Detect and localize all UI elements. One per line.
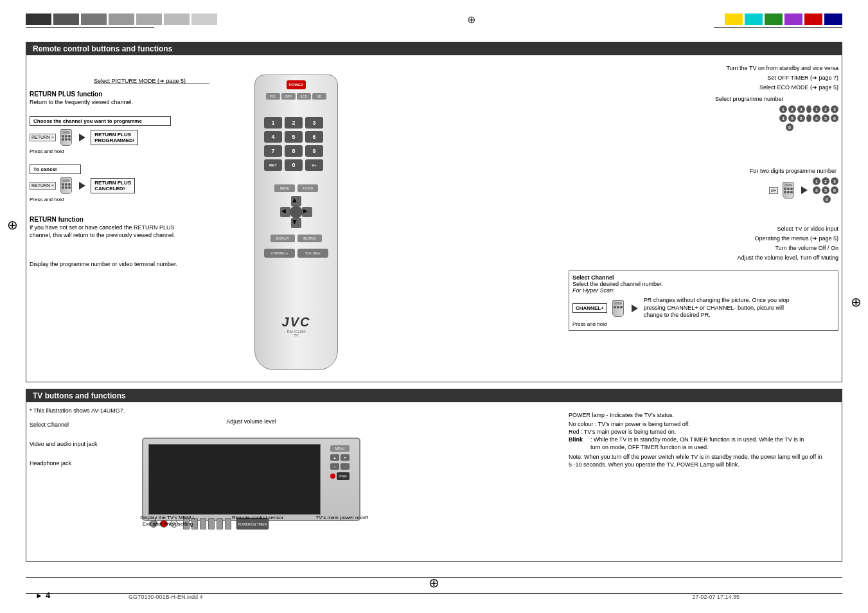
ch-vol-row: CHANNEL+ VOLUME+ — [264, 249, 328, 258]
number-grid: 1 2 3 4 5 6 7 8 9 RET 0 d+ — [264, 117, 328, 171]
to-cancel-block: To cancel — [30, 164, 81, 174]
d-pad-right[interactable]: ► — [302, 207, 312, 217]
nc-10: 4 — [813, 114, 820, 122]
picture-mode-btn[interactable]: PIC — [266, 93, 280, 100]
td-nc-2: 2 — [822, 177, 829, 185]
illustration-note: * This illustration shows AV-14UMG7. — [30, 407, 125, 414]
tv-menu-btn[interactable]: MENU — [330, 445, 350, 452]
tv-controls: MENU ▲ ▼ + - PWR — [324, 445, 356, 513]
td-nc-3: 3 — [831, 177, 838, 185]
ie-btn[interactable]: I/E — [312, 93, 326, 100]
footer-file-code: GGT0130-001B-H-EN.indd 4 — [128, 594, 203, 600]
jvc-logo: JVC — [282, 315, 311, 330]
btn-1[interactable]: 1 — [264, 117, 282, 129]
btn-7[interactable]: 7 — [264, 145, 282, 157]
eco-btn[interactable]: ECO — [297, 93, 311, 100]
tv-power-area: PWR — [330, 472, 350, 480]
picture-mode-line — [94, 84, 209, 84]
menu-btn[interactable]: MENU — [274, 184, 295, 192]
nc-9: 6 — [797, 114, 805, 122]
btn-d-plus[interactable]: d+ — [305, 159, 323, 171]
tv-video-btn[interactable]: TV/VID — [297, 184, 318, 192]
turn-volume-label: Turn the volume Off / On — [775, 245, 838, 251]
muting-btn[interactable]: MUTING — [297, 235, 322, 242]
top-crosshair-icon: ⊕ — [467, 13, 475, 26]
btn-6[interactable]: 6 — [305, 131, 323, 143]
return-plus-title: RETURN PLUS function — [30, 91, 133, 98]
color-block-red — [804, 13, 822, 25]
tv-section-inner: * This illustration shows AV-14UMG7. Sel… — [26, 402, 842, 574]
tv-ch-down[interactable]: ▼ — [341, 454, 350, 461]
tv-drawing: Adjust volume level MENU ▲ ▼ + - — [129, 418, 373, 521]
footer-date: 27-02-07 17:14:35 — [692, 594, 740, 600]
tv-vol-up[interactable]: + — [330, 463, 339, 470]
color-blocks — [725, 13, 842, 25]
d-pad-up[interactable]: ▲ — [291, 196, 301, 206]
tv-screen — [148, 444, 321, 515]
num-row-3: 0 — [779, 123, 838, 131]
return-func-block: RETURN function If you have not set or h… — [30, 216, 190, 239]
channel-btn[interactable]: CHANNEL+ — [264, 249, 295, 258]
btn-return[interactable]: RET — [264, 159, 282, 171]
display-menu-label: Display the TV's MENU, Exit after finish… — [136, 515, 200, 528]
mini-remote-2 — [60, 177, 72, 194]
btn-3[interactable]: 3 — [305, 117, 323, 129]
programme-num-grid: 1 2 3 1 2 3 4 5 6 — [779, 105, 838, 131]
return-plus-indicator: RETURN + — [30, 134, 56, 141]
blink-block: Blink : While the TV is in standby mode,… — [569, 436, 838, 451]
no-colour-desc: No colour : TV's main power is being tur… — [569, 421, 838, 427]
select-programme-label: Select programme number — [715, 96, 838, 102]
color-block-magenta — [784, 13, 802, 25]
red-desc: Red : TV's main power is being turned on… — [569, 429, 838, 435]
d-pad-center[interactable] — [290, 206, 303, 218]
arrow-right-4 — [632, 305, 638, 312]
tv-power-led — [330, 474, 335, 479]
color-block-yellow — [725, 13, 743, 25]
tv-body: MENU ▲ ▼ + - PWR — [142, 438, 360, 521]
remote-section-inner: Select PICTURE MODE (➔ page 5) RETURN PL… — [26, 55, 842, 395]
btn-0[interactable]: 0 — [285, 159, 303, 171]
return-plus-desc: Return to the frequently viewed channel. — [30, 99, 133, 107]
page-number: 4 — [46, 591, 50, 600]
return-func-desc: If you have not set or have canceled the… — [30, 224, 190, 239]
td-nc-5: 5 — [822, 186, 829, 194]
select-channel-title: Select Channel — [572, 274, 835, 281]
volume-btn[interactable]: VOLUME+ — [297, 249, 328, 258]
channel-plus-label: CHANNEL+ — [572, 303, 607, 313]
bar-seg-6 — [164, 13, 190, 25]
tv-main-power-label: TV's main power on/off — [315, 515, 368, 528]
main-content: Remote control buttons and functions Sel… — [26, 42, 842, 562]
color-block-cyan — [745, 13, 763, 25]
display-btn[interactable]: DISPLAY — [270, 235, 295, 242]
tv-left-labels: Select Channel Video and audio input jac… — [30, 422, 97, 466]
d-pad-left[interactable]: ◄ — [280, 207, 290, 217]
btn-9[interactable]: 9 — [305, 145, 323, 157]
power-button[interactable]: POWER — [287, 80, 306, 89]
bar-seg-1 — [26, 13, 51, 25]
top-row-buttons: PIC OFF ECO I/E — [266, 93, 326, 100]
blink-title: Blink — [569, 436, 588, 451]
tv-ch-up[interactable]: ▲ — [330, 454, 339, 461]
tv-vol-down[interactable]: - — [341, 463, 350, 470]
bar-seg-2 — [53, 13, 79, 25]
td-nc-1: 1 — [813, 177, 820, 185]
btn-8[interactable]: 8 — [285, 145, 303, 157]
tv-ch-btns: ▲ ▼ — [330, 454, 350, 461]
two-digits-block: For two digits programme number d+ — [750, 168, 838, 203]
return-plus-programmed-diagram: RETURN + RETURN PLUSPROGRAMMED! — [30, 129, 138, 146]
return-plus-indicator-2: RETURN + — [30, 182, 56, 190]
channel-plus-diagram: CHANNEL+ PR changes without changing the… — [572, 297, 835, 319]
arrow-right-2 — [79, 182, 85, 190]
two-digit-num-grid: 1 2 3 4 5 6 0 — [813, 177, 838, 203]
btn-4[interactable]: 4 — [264, 131, 282, 143]
d-pad: ▲ ▼ ◄ ► — [280, 196, 312, 228]
d-pad-down[interactable]: ▼ — [291, 218, 301, 228]
off-timer-btn[interactable]: OFF — [281, 93, 296, 100]
turn-on-desc: Turn the TV on from standby and vice ver… — [726, 65, 838, 71]
btn-2[interactable]: 2 — [285, 117, 303, 129]
press-hold-ch: Press and hold — [572, 321, 835, 327]
tv-power-btn[interactable]: PWR — [337, 472, 350, 480]
top-h-line-left — [26, 27, 154, 28]
btn-5[interactable]: 5 — [285, 131, 303, 143]
pr-changes-desc: PR changes without changing the picture.… — [644, 297, 804, 319]
